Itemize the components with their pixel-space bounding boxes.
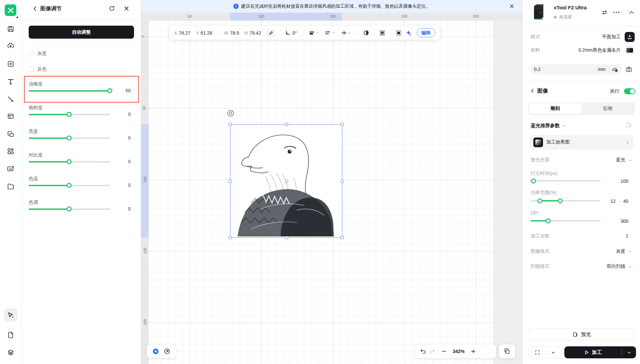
undo-icon[interactable] bbox=[420, 348, 426, 355]
arrange-dropdown[interactable] bbox=[309, 30, 319, 36]
y-position[interactable]: Y61.26 bbox=[196, 30, 212, 36]
resize-handle-sw[interactable] bbox=[229, 236, 232, 239]
process-button[interactable]: 加工 bbox=[564, 346, 636, 358]
slider-track[interactable] bbox=[29, 138, 110, 139]
zoom-level[interactable]: 342% bbox=[453, 349, 465, 354]
camera-view-radio[interactable] bbox=[152, 348, 159, 355]
resize-handle-nw[interactable] bbox=[229, 123, 232, 126]
save-icon[interactable] bbox=[7, 25, 14, 33]
thickness-input[interactable]: 0.2 mm A bbox=[531, 64, 621, 74]
ai-enhance-sparkle-icon[interactable] bbox=[405, 30, 412, 36]
power-range-slider[interactable] bbox=[531, 200, 601, 201]
frame-tool-icon[interactable] bbox=[7, 113, 14, 120]
mode-value[interactable]: 平面加工 bbox=[602, 34, 621, 40]
slider-handle[interactable] bbox=[67, 112, 72, 117]
zoom-in-icon[interactable] bbox=[471, 349, 476, 354]
lock-ratio-icon[interactable] bbox=[266, 29, 275, 37]
slider-track[interactable] bbox=[29, 90, 110, 92]
xtool-logo-icon[interactable] bbox=[5, 4, 16, 16]
redo-icon[interactable] bbox=[429, 348, 436, 355]
height-field[interactable]: H79.42 bbox=[244, 30, 261, 36]
add-square-icon[interactable] bbox=[7, 60, 14, 68]
width-field[interactable]: W78.5 bbox=[224, 30, 239, 36]
export-preset-icon[interactable] bbox=[626, 122, 632, 128]
image-back-icon[interactable] bbox=[530, 88, 535, 93]
checkbox[interactable] bbox=[29, 67, 34, 72]
slider-handle[interactable] bbox=[546, 218, 551, 223]
resize-handle-e[interactable] bbox=[341, 180, 344, 183]
slider-handle-min[interactable] bbox=[537, 198, 542, 203]
dpi-slider[interactable] bbox=[531, 220, 601, 221]
invert-checkbox-row[interactable]: 反色 bbox=[29, 66, 47, 72]
x-position[interactable]: X78.27 bbox=[174, 30, 190, 36]
slider-track[interactable] bbox=[29, 208, 110, 210]
slider-track[interactable] bbox=[29, 114, 110, 115]
banner-close-icon[interactable] bbox=[509, 4, 514, 9]
locate-icon[interactable] bbox=[164, 348, 170, 355]
chevron-down-icon[interactable] bbox=[628, 158, 632, 162]
close-panel-icon[interactable] bbox=[123, 5, 130, 12]
execute-toggle[interactable] bbox=[624, 88, 635, 94]
grayscale-checkbox-row[interactable]: 灰度 bbox=[29, 51, 47, 57]
material-thumbnail[interactable] bbox=[625, 45, 635, 55]
thickness-value[interactable]: 0.2 bbox=[534, 67, 540, 72]
line-tool-icon[interactable] bbox=[7, 96, 14, 103]
checkbox[interactable] bbox=[29, 51, 34, 56]
flip-dropdown[interactable] bbox=[341, 30, 351, 36]
slider-track[interactable] bbox=[29, 185, 110, 186]
selected-image-object[interactable] bbox=[230, 124, 342, 238]
rotate-handle[interactable] bbox=[227, 110, 234, 117]
ai-tool-icon[interactable]: AI bbox=[7, 165, 15, 173]
slider-track[interactable] bbox=[29, 161, 110, 163]
layers-icon[interactable] bbox=[7, 349, 15, 356]
resize-handle-ne[interactable] bbox=[341, 123, 344, 126]
preset-dropdown[interactable]: 蓝光推荐参数 bbox=[531, 123, 566, 129]
document-icon[interactable] bbox=[7, 331, 14, 339]
passes-value[interactable]: 1 bbox=[626, 233, 628, 238]
resize-handle-se[interactable] bbox=[341, 236, 344, 239]
slider-handle[interactable] bbox=[67, 159, 72, 164]
laser-source-value[interactable]: 蓝光 bbox=[616, 157, 625, 163]
edit-button[interactable]: 编辑 bbox=[417, 28, 435, 37]
process-chevron[interactable] bbox=[622, 350, 636, 355]
reset-icon[interactable] bbox=[109, 5, 115, 12]
measure-thickness-icon[interactable]: A bbox=[612, 66, 618, 72]
chevron-down-icon[interactable] bbox=[628, 250, 632, 254]
material-value[interactable]: 0.2mm黑色金属名片 bbox=[578, 47, 621, 53]
rotation-field[interactable]: 0° bbox=[285, 30, 297, 36]
preview-button[interactable]: 预览 bbox=[529, 328, 634, 341]
slider-handle[interactable] bbox=[67, 183, 72, 188]
image-trace-icon[interactable] bbox=[379, 30, 386, 36]
text-tool-icon[interactable] bbox=[7, 78, 14, 85]
cloud-upload-icon[interactable] bbox=[7, 42, 15, 50]
slider-handle[interactable] bbox=[67, 206, 72, 211]
slider-handle[interactable] bbox=[531, 179, 536, 183]
align-dropdown[interactable] bbox=[325, 30, 335, 36]
apps-grid-icon[interactable] bbox=[7, 148, 15, 155]
copy-button[interactable] bbox=[499, 344, 515, 358]
mode-icon[interactable] bbox=[625, 32, 635, 42]
slider-handle[interactable] bbox=[67, 136, 72, 141]
effect-preview-card[interactable]: 加工效果图 bbox=[529, 135, 634, 150]
frame-chevron[interactable] bbox=[546, 350, 561, 355]
switch-device-icon[interactable] bbox=[601, 9, 608, 16]
scan-mode-value[interactable]: 双向扫描 bbox=[607, 263, 625, 269]
canvas-area[interactable]: 50 100 150 200 250 0 50 100 150 200 ! 建议… bbox=[141, 0, 522, 364]
camera-measure-icon[interactable] bbox=[625, 66, 632, 73]
auto-adjust-button[interactable]: 自动调整 bbox=[29, 26, 134, 39]
shapes-tool-icon[interactable] bbox=[7, 131, 15, 138]
back-icon[interactable] bbox=[32, 6, 38, 12]
more-options-icon[interactable] bbox=[613, 11, 620, 14]
chevron-down-icon[interactable] bbox=[628, 265, 632, 269]
frame-button[interactable] bbox=[529, 346, 561, 358]
image-mode-value[interactable]: 灰度 bbox=[616, 248, 625, 254]
contrast-icon[interactable] bbox=[363, 30, 369, 36]
center-handle[interactable] bbox=[285, 180, 288, 183]
resize-handle-n[interactable] bbox=[285, 123, 288, 126]
slider-handle-max[interactable] bbox=[558, 198, 563, 203]
halftone-icon[interactable] bbox=[395, 30, 402, 36]
resize-handle-s[interactable] bbox=[285, 236, 288, 239]
folder-icon[interactable] bbox=[7, 183, 15, 190]
resize-handle-w[interactable] bbox=[229, 180, 232, 183]
select-tool-icon[interactable] bbox=[7, 311, 15, 319]
